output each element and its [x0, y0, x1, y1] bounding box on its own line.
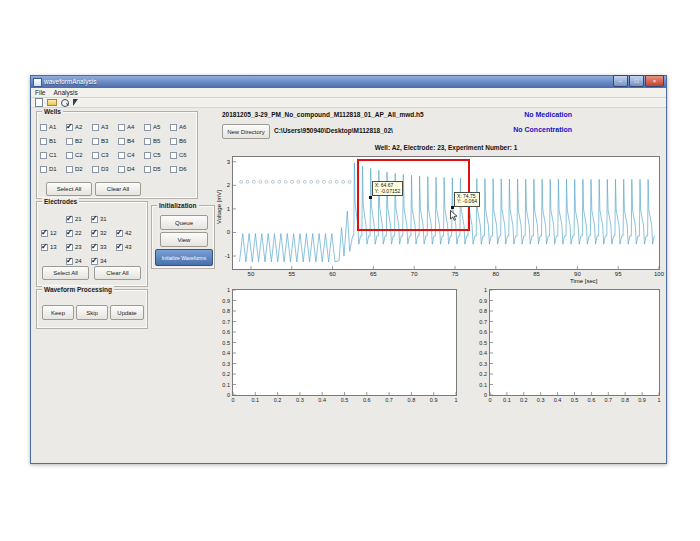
- well-checkbox-A2[interactable]: A2: [66, 120, 92, 134]
- well-checkbox-D1[interactable]: D1: [40, 162, 66, 176]
- electrode-checkbox-box[interactable]: [116, 230, 123, 237]
- open-folder-icon[interactable]: [47, 99, 57, 106]
- well-checkbox-box[interactable]: [144, 166, 151, 173]
- well-checkbox-A4[interactable]: A4: [118, 120, 144, 134]
- well-checkbox-B4[interactable]: B4: [118, 134, 144, 148]
- well-checkbox-box[interactable]: [40, 124, 47, 131]
- well-checkbox-box[interactable]: [92, 166, 99, 173]
- electrode-checkbox-box[interactable]: [66, 244, 73, 251]
- well-checkbox-box[interactable]: [92, 138, 99, 145]
- well-checkbox-D6[interactable]: D6: [170, 162, 196, 176]
- view-button[interactable]: View: [160, 232, 208, 247]
- zoom-in-icon[interactable]: [61, 99, 69, 107]
- well-checkbox-box[interactable]: [66, 152, 73, 159]
- electrode-checkbox-box[interactable]: [41, 244, 48, 251]
- electrode-checkbox-box[interactable]: [66, 230, 73, 237]
- well-checkbox-box[interactable]: [40, 152, 47, 159]
- electrode-checkbox-22[interactable]: 22: [66, 226, 91, 240]
- main-axes[interactable]: X: 64.67 Y: -0.07152 X: 74.75 Y: -0.064: [232, 156, 660, 270]
- well-checkbox-label: A2: [75, 124, 82, 130]
- electrode-checkbox-box[interactable]: [66, 216, 73, 223]
- electrode-checkbox-12[interactable]: 12: [41, 226, 66, 240]
- new-file-icon[interactable]: [35, 98, 43, 107]
- well-checkbox-B3[interactable]: B3: [92, 134, 118, 148]
- well-checkbox-box[interactable]: [170, 124, 177, 131]
- well-checkbox-box[interactable]: [118, 152, 125, 159]
- well-checkbox-C1[interactable]: C1: [40, 148, 66, 162]
- electrode-checkbox-label: 33: [100, 244, 107, 250]
- well-checkbox-label: C6: [179, 152, 187, 158]
- queue-button[interactable]: Queue: [160, 215, 208, 230]
- electrode-checkbox-32[interactable]: 32: [91, 226, 116, 240]
- well-checkbox-C3[interactable]: C3: [92, 148, 118, 162]
- well-checkbox-box[interactable]: [144, 152, 151, 159]
- electrode-checkbox-23[interactable]: 23: [66, 240, 91, 254]
- well-checkbox-box[interactable]: [66, 166, 73, 173]
- well-checkbox-B2[interactable]: B2: [66, 134, 92, 148]
- well-checkbox-D4[interactable]: D4: [118, 162, 144, 176]
- datatip-2[interactable]: X: 74.75 Y: -0.064: [454, 192, 480, 207]
- well-checkbox-box[interactable]: [170, 138, 177, 145]
- well-checkbox-box[interactable]: [92, 124, 99, 131]
- well-checkbox-box[interactable]: [66, 124, 73, 131]
- well-checkbox-box[interactable]: [66, 138, 73, 145]
- menu-item-analysis[interactable]: Analysis: [53, 88, 77, 97]
- well-checkbox-A3[interactable]: A3: [92, 120, 118, 134]
- electrode-checkbox-label: 31: [100, 216, 107, 222]
- well-checkbox-C6[interactable]: C6: [170, 148, 196, 162]
- electrode-checkbox-box[interactable]: [91, 230, 98, 237]
- window-icon: [33, 78, 42, 87]
- well-checkbox-box[interactable]: [118, 166, 125, 173]
- title-bar[interactable]: waveformAnalysis – □ ×: [31, 76, 666, 88]
- electrode-checkbox-box[interactable]: [41, 230, 48, 237]
- well-checkbox-A6[interactable]: A6: [170, 120, 196, 134]
- minimize-button[interactable]: –: [613, 75, 628, 87]
- medication-status: No Medication: [524, 111, 572, 118]
- datatip-1[interactable]: X: 64.67 Y: -0.07152: [372, 181, 404, 196]
- initialize-waveforms-button[interactable]: Initialize Waveforms: [155, 249, 213, 266]
- electrode-checkbox-43[interactable]: 43: [116, 240, 141, 254]
- electrode-checkbox-13[interactable]: 13: [41, 240, 66, 254]
- menu-item-file[interactable]: File: [35, 88, 45, 97]
- electrodes-clear-all-button[interactable]: Clear All: [94, 266, 141, 280]
- electrodes-select-all-button[interactable]: Select All: [42, 266, 89, 280]
- well-checkbox-D2[interactable]: D2: [66, 162, 92, 176]
- well-checkbox-A5[interactable]: A5: [144, 120, 170, 134]
- well-checkbox-B5[interactable]: B5: [144, 134, 170, 148]
- wells-select-all-button[interactable]: Select All: [46, 182, 92, 196]
- wells-clear-all-button[interactable]: Clear All: [95, 182, 141, 196]
- well-checkbox-box[interactable]: [170, 152, 177, 159]
- keep-button[interactable]: Keep: [42, 305, 74, 320]
- new-directory-button[interactable]: New Directory: [222, 124, 270, 139]
- well-checkbox-C2[interactable]: C2: [66, 148, 92, 162]
- electrode-checkbox-33[interactable]: 33: [91, 240, 116, 254]
- well-checkbox-C5[interactable]: C5: [144, 148, 170, 162]
- well-checkbox-D5[interactable]: D5: [144, 162, 170, 176]
- well-checkbox-box[interactable]: [40, 138, 47, 145]
- well-checkbox-box[interactable]: [40, 166, 47, 173]
- well-checkbox-B1[interactable]: B1: [40, 134, 66, 148]
- electrode-checkbox-42[interactable]: 42: [116, 226, 141, 240]
- electrode-checkbox-box[interactable]: [66, 258, 73, 265]
- well-checkbox-box[interactable]: [118, 124, 125, 131]
- electrode-checkbox-21[interactable]: 21: [66, 212, 91, 226]
- electrode-checkbox-box[interactable]: [91, 244, 98, 251]
- well-checkbox-D3[interactable]: D3: [92, 162, 118, 176]
- maximize-button[interactable]: □: [629, 75, 644, 87]
- well-checkbox-box[interactable]: [170, 166, 177, 173]
- well-checkbox-box[interactable]: [144, 124, 151, 131]
- close-button[interactable]: ×: [645, 75, 664, 87]
- well-checkbox-box[interactable]: [118, 138, 125, 145]
- well-checkbox-box[interactable]: [144, 138, 151, 145]
- update-button[interactable]: Update: [110, 305, 144, 320]
- electrode-checkbox-box[interactable]: [91, 258, 98, 265]
- well-checkbox-A1[interactable]: A1: [40, 120, 66, 134]
- electrode-checkbox-box[interactable]: [91, 216, 98, 223]
- well-checkbox-box[interactable]: [92, 152, 99, 159]
- well-checkbox-C4[interactable]: C4: [118, 148, 144, 162]
- skip-button[interactable]: Skip: [76, 305, 108, 320]
- electrode-checkbox-box[interactable]: [116, 244, 123, 251]
- electrode-checkbox-31[interactable]: 31: [91, 212, 116, 226]
- well-checkbox-B6[interactable]: B6: [170, 134, 196, 148]
- pointer-icon[interactable]: [73, 99, 78, 106]
